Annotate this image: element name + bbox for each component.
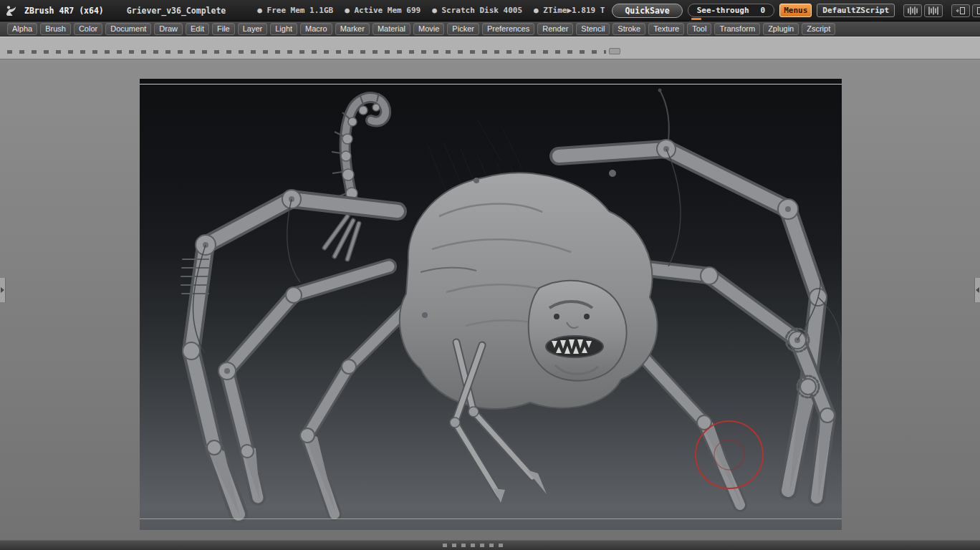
menu-bar: Alpha Brush Color Document Draw Edit Fil… xyxy=(0,21,980,37)
titlebar-controls: QuickSave See-through 0 Menus DefaultZSc… xyxy=(612,4,980,18)
workspace-background xyxy=(0,59,980,540)
see-through-value: 0 xyxy=(761,6,766,15)
palette-scrubber-right-button[interactable] xyxy=(924,4,943,17)
menu-macro[interactable]: Macro xyxy=(300,23,332,35)
quicksave-button[interactable]: QuickSave xyxy=(612,4,682,18)
zbrush-window: ZBrush 4R7 (x64) Griever_v36_Complete ● … xyxy=(0,0,980,550)
menu-preferences[interactable]: Preferences xyxy=(482,23,534,35)
menu-texture[interactable]: Texture xyxy=(648,23,684,35)
active-mem-stat: ● Active Mem 699 xyxy=(345,6,421,15)
menu-tool[interactable]: Tool xyxy=(687,23,711,35)
menu-render[interactable]: Render xyxy=(537,23,573,35)
memory-stats: ● Free Mem 1.1GB ● Active Mem 699 ● Scra… xyxy=(257,6,605,15)
menu-movie[interactable]: Movie xyxy=(413,23,444,35)
palette-scrubber-left-button[interactable] xyxy=(903,4,922,17)
menus-toggle-button[interactable]: Menus xyxy=(779,4,812,17)
default-zscript-button[interactable]: DefaultZScript xyxy=(817,4,895,17)
top-tray-strip xyxy=(0,37,980,59)
claw-hand xyxy=(325,216,359,259)
title-bar: ZBrush 4R7 (x64) Griever_v36_Complete ● … xyxy=(0,0,980,21)
document-move-group xyxy=(951,4,980,17)
menu-stroke[interactable]: Stroke xyxy=(612,23,645,35)
move-document-right-button[interactable] xyxy=(972,4,980,17)
menu-picker[interactable]: Picker xyxy=(447,23,479,35)
bottom-tray-bar xyxy=(0,540,980,550)
zbrush-logo-icon xyxy=(4,4,17,17)
left-triangle-icon xyxy=(976,287,979,293)
see-through-slider[interactable]: See-through 0 xyxy=(688,4,774,17)
page-right-arrow-icon xyxy=(976,6,980,15)
tray-divider-dashes[interactable] xyxy=(7,50,606,54)
tail xyxy=(332,93,385,209)
canvas-bottom-edge-line xyxy=(140,518,842,519)
left-legs xyxy=(181,190,413,517)
head xyxy=(529,281,627,381)
menu-light[interactable]: Light xyxy=(270,23,297,35)
menu-transform[interactable]: Transform xyxy=(714,23,760,35)
menu-layer[interactable]: Layer xyxy=(238,23,268,35)
see-through-label: See-through xyxy=(697,6,749,15)
menu-draw[interactable]: Draw xyxy=(154,23,183,35)
menu-material[interactable]: Material xyxy=(373,23,410,35)
free-mem-stat: ● Free Mem 1.1GB xyxy=(257,6,333,15)
scratch-disk-stat: ● Scratch Disk 4005 xyxy=(432,6,522,15)
vertical-bars-icon xyxy=(928,6,939,15)
right-triangle-icon xyxy=(1,287,4,293)
left-tray-toggle[interactable] xyxy=(0,278,6,302)
palette-scrubber-group xyxy=(903,4,943,17)
menu-color[interactable]: Color xyxy=(74,23,102,35)
menu-file[interactable]: File xyxy=(212,23,235,35)
bottom-tray-divider-dashes[interactable] xyxy=(443,544,506,547)
page-left-arrow-icon xyxy=(956,6,966,15)
menu-document[interactable]: Document xyxy=(105,23,151,35)
menu-alpha[interactable]: Alpha xyxy=(7,23,37,35)
canvas-top-edge-line xyxy=(140,84,842,85)
body xyxy=(400,170,658,409)
document-canvas[interactable] xyxy=(140,79,842,530)
menu-marker[interactable]: Marker xyxy=(335,23,370,35)
menu-zscript[interactable]: Zscript xyxy=(802,23,835,35)
document-title: Griever_v36_Complete xyxy=(127,6,226,16)
move-document-left-button[interactable] xyxy=(951,4,970,17)
tray-scrollbar-thumb[interactable] xyxy=(609,48,620,54)
menu-brush[interactable]: Brush xyxy=(40,23,71,35)
menu-edit[interactable]: Edit xyxy=(186,23,209,35)
app-title: ZBrush 4R7 (x64) xyxy=(24,6,104,16)
right-tray-toggle[interactable] xyxy=(974,278,980,302)
creature-model xyxy=(140,79,842,530)
vertical-bars-icon xyxy=(907,6,918,15)
menu-zplugin[interactable]: Zplugin xyxy=(763,23,799,35)
menu-stencil[interactable]: Stencil xyxy=(576,23,610,35)
see-through-orange-indicator xyxy=(691,18,701,20)
ztime-stat: ● ZTime▶1.819 T xyxy=(534,6,605,15)
